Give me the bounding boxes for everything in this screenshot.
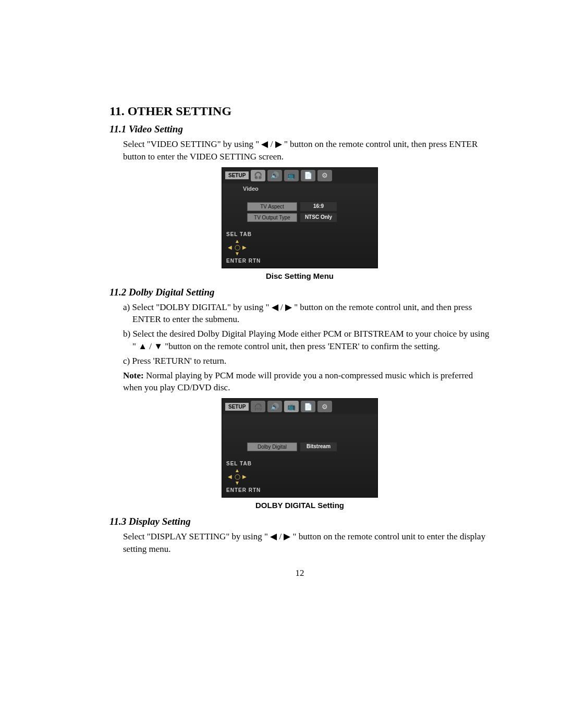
osd-field-value: 16:9 — [300, 202, 337, 211]
list-item: c) Press 'RETURN' to return. — [123, 355, 490, 367]
osd-sel-tab-label: SEL TAB — [226, 461, 373, 466]
manual-page: 11. OTHER SETTING 11.1 Video Setting Sel… — [0, 0, 563, 610]
list-item: a) Select "DOLBY DIGITAL" by using " ◀ /… — [123, 301, 490, 326]
osd-tab-icon: 📺 — [284, 170, 299, 181]
osd-field-label: Dolby Digital — [247, 442, 297, 451]
text-fragment: Select "VIDEO SETTING" by using " — [123, 139, 261, 149]
osd-row: TV Aspect 16:9 — [247, 202, 370, 211]
text-fragment: "button on the remote control unit, then… — [163, 341, 440, 351]
text-fragment: Select "DISPLAY SETTING" by using " — [123, 532, 270, 541]
osd-tab-icon: ⚙ — [317, 170, 332, 181]
osd-tab-icon: 🔊 — [267, 170, 282, 181]
osd-setup-label: SETUP — [225, 403, 249, 411]
subsection-heading-dolby: 11.2 Dolby Digital Setting — [109, 287, 490, 298]
paragraph: Select "VIDEO SETTING" by using " ◀ / ▶ … — [123, 138, 490, 163]
osd-body: TV Aspect 16:9 TV Output Type NTSC Only — [222, 193, 377, 229]
section-heading: 11. OTHER SETTING — [109, 104, 490, 118]
note-label: Note: — [123, 371, 144, 380]
osd-footer: SEL TAB ▲ ◀◯▶ ▼ ENTER RTN — [222, 459, 377, 494]
osd-header: SETUP 🎧 🔊 📺 📄 ⚙ — [222, 399, 377, 414]
osd-section-label: Video — [222, 183, 377, 193]
osd-field-label: TV Output Type — [247, 213, 297, 222]
osd-tab-icon: ⚙ — [317, 401, 332, 412]
text-fragment: a) Select "DOLBY DIGITAL" by using " — [123, 302, 272, 312]
osd-field-value: NTSC Only — [300, 213, 337, 222]
figure-video-setting: SETUP 🎧 🔊 📺 📄 ⚙ Video TV Aspect 16:9 TV … — [109, 167, 490, 268]
figure-caption: Disc Setting Menu — [109, 272, 490, 280]
osd-footer: SEL TAB ▲ ◀◯▶ ▼ ENTER RTN — [222, 229, 377, 265]
osd-nav-arrows-icon: ▲ ◀◯▶ ▼ — [226, 467, 248, 486]
osd-screen-dolby: SETUP 🎧 🔊 📺 📄 ⚙ Dolby Digital Bitstream … — [222, 398, 378, 498]
osd-enter-rtn-label: ENTER RTN — [226, 258, 373, 264]
osd-header: SETUP 🎧 🔊 📺 📄 ⚙ — [222, 168, 377, 183]
text-fragment: Normal playing by PCM mode will provide … — [123, 371, 473, 393]
osd-row: Dolby Digital Bitstream — [247, 442, 370, 451]
osd-tab-icon: 📄 — [301, 170, 315, 181]
osd-tab-icon: 🎧 — [251, 401, 265, 412]
osd-tab-icon: 🔊 — [267, 401, 282, 412]
left-right-arrow-icon: ◀ / ▶ — [261, 139, 282, 149]
osd-body: Dolby Digital Bitstream — [222, 417, 377, 459]
osd-tab-icon: 🎧 — [251, 170, 265, 181]
osd-nav-arrows-icon: ▲ ◀◯▶ ▼ — [226, 238, 248, 257]
osd-field-value: Bitstream — [300, 442, 337, 451]
osd-tab-icon: 📄 — [301, 401, 315, 412]
left-right-arrow-icon: ◀ / ▶ — [272, 302, 292, 312]
osd-field-label: TV Aspect — [247, 202, 297, 211]
paragraph: Select "DISPLAY SETTING" by using " ◀ / … — [123, 530, 490, 556]
osd-screen-video: SETUP 🎧 🔊 📺 📄 ⚙ Video TV Aspect 16:9 TV … — [222, 167, 378, 268]
left-right-arrow-icon: ◀ / ▶ — [270, 532, 290, 541]
osd-row: TV Output Type NTSC Only — [247, 213, 370, 222]
osd-setup-label: SETUP — [225, 171, 249, 179]
up-down-arrow-icon: ▲ / ▼ — [138, 341, 163, 351]
subsection-heading-video: 11.1 Video Setting — [109, 124, 490, 135]
subsection-heading-display: 11.3 Display Setting — [109, 516, 490, 527]
list-item: b) Select the desired Dolby Digital Play… — [123, 328, 490, 353]
osd-sel-tab-label: SEL TAB — [226, 231, 373, 237]
figure-dolby-setting: SETUP 🎧 🔊 📺 📄 ⚙ Dolby Digital Bitstream … — [109, 398, 490, 498]
page-number: 12 — [109, 568, 490, 578]
figure-caption: DOLBY DIGITAL Setting — [109, 501, 490, 510]
osd-enter-rtn-label: ENTER RTN — [226, 487, 373, 493]
note-paragraph: Note: Normal playing by PCM mode will pr… — [123, 369, 490, 394]
osd-tab-icon: 📺 — [284, 401, 299, 412]
